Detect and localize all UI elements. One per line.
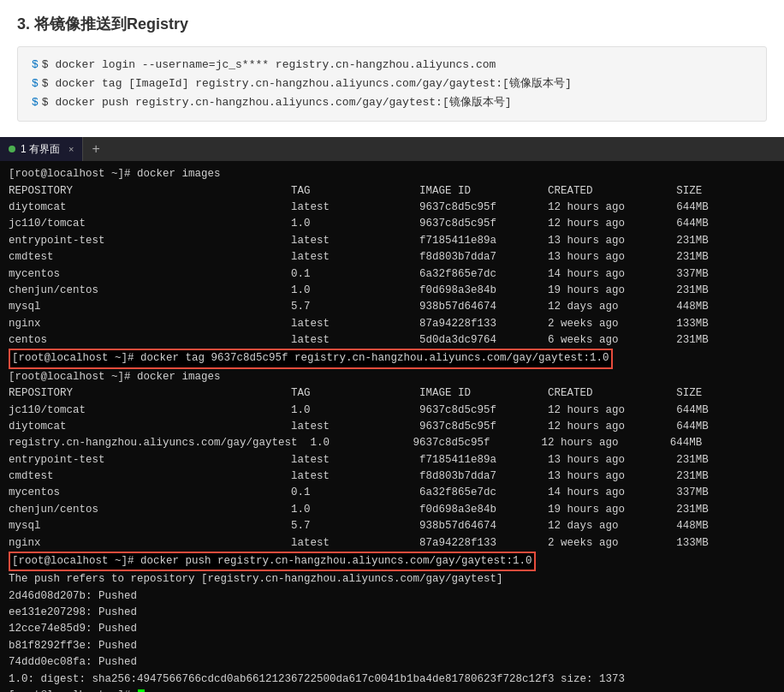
- page-heading: 3. 将镜像推送到Registry: [17, 14, 767, 34]
- highlighted-cmd-1: [root@localhost ~]# docker tag 9637c8d5c…: [9, 349, 775, 368]
- terminal-tab-1[interactable]: 1 有界面 ×: [0, 137, 83, 161]
- terminal-line: cmdtest latest f8d803b7dda7 13 hours ago…: [9, 249, 775, 265]
- terminal-line: nginx latest 87a94228f133 2 weeks ago 13…: [9, 316, 775, 332]
- terminal-line: REPOSITORY TAG IMAGE ID CREATED SIZE: [9, 385, 775, 402]
- terminal-cursor: [138, 689, 145, 692]
- terminal-line: [root@localhost ~]#: [9, 688, 775, 692]
- terminal-body: [root@localhost ~]# docker images REPOSI…: [0, 161, 784, 692]
- terminal-line: jc110/tomcat 1.0 9637c8d5c95f 12 hours a…: [9, 403, 775, 419]
- terminal-line: [root@localhost ~]# docker images: [9, 369, 775, 385]
- terminal-line: 2d46d08d207b: Pushed: [9, 588, 775, 605]
- instruction-line-1: $$ docker login --username=jc_s**** regi…: [32, 56, 752, 75]
- instruction-block: $$ docker login --username=jc_s**** regi…: [17, 46, 767, 122]
- tab-close-button[interactable]: ×: [68, 144, 74, 154]
- terminal-line: cmdtest latest f8d803b7dda7 13 hours ago…: [9, 468, 775, 485]
- terminal-line: mysql 5.7 938b57d64674 12 days ago 448MB: [9, 299, 775, 315]
- tab-add-button[interactable]: +: [83, 137, 108, 161]
- terminal-line: 1.0: digest: sha256:4947566766cdcd0ab661…: [9, 671, 775, 688]
- terminal-line: b81f8292ff3e: Pushed: [9, 638, 775, 654]
- terminal-line: 74ddd0ec08fa: Pushed: [9, 654, 775, 671]
- terminal-line: mycentos 0.1 6a32f865e7dc 14 hours ago 3…: [9, 485, 775, 501]
- terminal-line: diytomcat latest 9637c8d5c95f 12 hours a…: [9, 200, 775, 216]
- tab-label: 1 有界面: [21, 142, 60, 157]
- terminal-tab-bar: 1 有界面 × +: [0, 137, 784, 161]
- terminal-line: chenjun/centos 1.0 f0d698a3e84b 19 hours…: [9, 283, 775, 299]
- terminal-line: ee131e207298: Pushed: [9, 605, 775, 621]
- terminal-line: chenjun/centos 1.0 f0d698a3e84b 19 hours…: [9, 502, 775, 518]
- terminal-line: entrypoint-test latest f7185411e89a 13 h…: [9, 233, 775, 249]
- terminal-line: [root@localhost ~]# docker images: [9, 166, 775, 182]
- highlighted-cmd-2: [root@localhost ~]# docker push registry…: [9, 552, 775, 571]
- instruction-line-3: $$ docker push registry.cn-hangzhou.aliy…: [32, 93, 752, 112]
- terminal-line: 12cce74e85d9: Pushed: [9, 621, 775, 637]
- terminal-line: entrypoint-test latest f7185411e89a 13 h…: [9, 452, 775, 468]
- terminal-line: The push refers to repository [registry.…: [9, 571, 775, 588]
- terminal-line: centos latest 5d0da3dc9764 6 weeks ago 2…: [9, 332, 775, 349]
- terminal-line: nginx latest 87a94228f133 2 weeks ago 13…: [9, 535, 775, 552]
- instruction-line-2: $$ docker tag [ImageId] registry.cn-hang…: [32, 75, 752, 93]
- terminal-line: registry.cn-hangzhou.aliyuncs.com/gay/ga…: [9, 435, 775, 451]
- tab-status-dot: [9, 146, 15, 152]
- terminal-line: mysql 5.7 938b57d64674 12 days ago 448MB: [9, 518, 775, 534]
- cmd-highlight-box-1: [root@localhost ~]# docker tag 9637c8d5c…: [9, 349, 613, 368]
- terminal-line: REPOSITORY TAG IMAGE ID CREATED SIZE: [9, 183, 775, 200]
- terminal-line: diytomcat latest 9637c8d5c95f 12 hours a…: [9, 419, 775, 435]
- terminal-line: jc110/tomcat 1.0 9637c8d5c95f 12 hours a…: [9, 216, 775, 232]
- cmd-highlight-box-2: [root@localhost ~]# docker push registry…: [9, 552, 536, 571]
- terminal-line: mycentos 0.1 6a32f865e7dc 14 hours ago 3…: [9, 266, 775, 283]
